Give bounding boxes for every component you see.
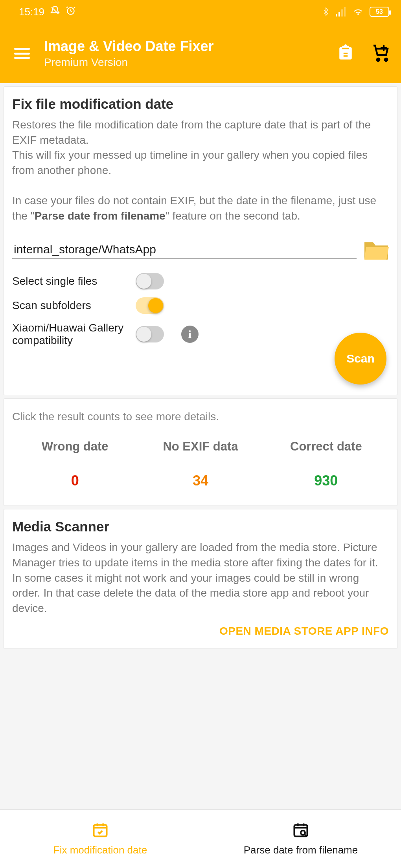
noexif-count: 34: [138, 472, 263, 489]
clipboard-button[interactable]: [337, 43, 354, 64]
subfolders-label: Scan subfolders: [12, 299, 126, 312]
signal-icon: [336, 7, 347, 16]
open-media-store-button[interactable]: OPEN MEDIA STORE APP INFO: [12, 625, 389, 637]
status-time: 15:19: [19, 6, 44, 18]
tab2-label: Parse date from filename: [244, 844, 358, 856]
dnd-icon: [50, 5, 60, 18]
media-scanner-title: Media Scanner: [12, 519, 389, 535]
cart-button[interactable]: [371, 43, 390, 64]
svg-rect-1: [336, 14, 337, 16]
tab-parse-from-filename[interactable]: Parse date from filename: [200, 809, 401, 868]
correct-date-count: 930: [263, 472, 389, 489]
fix-date-card: Fix file modification date Restores the …: [3, 86, 398, 395]
wrong-date-count: 0: [12, 472, 138, 489]
card-desc-2: This will fix your messed up timeline in…: [12, 149, 368, 176]
compat-info-button[interactable]: i: [181, 326, 199, 343]
calendar-check-icon: [92, 821, 109, 840]
calendar-search-icon: [292, 821, 309, 840]
media-scanner-card: Media Scanner Images and Videos in your …: [3, 509, 398, 648]
correct-date-column[interactable]: Correct date 930: [263, 439, 389, 489]
card-desc-3b: Parse date from filename: [35, 210, 166, 222]
results-hint: Click the result counts to see more deta…: [12, 410, 389, 423]
compat-label: Xiaomi/Huawai Gallery compatibility: [12, 322, 126, 347]
card-desc-1: Restores the file modification date from…: [12, 119, 371, 146]
tab-fix-modification-date[interactable]: Fix modification date: [0, 809, 200, 868]
status-bar: 15:19 53: [0, 0, 401, 24]
alarm-icon: [66, 5, 76, 18]
bluetooth-icon: [322, 7, 330, 17]
compat-switch[interactable]: [136, 326, 164, 342]
svg-rect-2: [338, 12, 340, 16]
noexif-label: No EXIF data: [138, 439, 263, 454]
svg-rect-7: [94, 825, 107, 836]
svg-point-9: [301, 831, 305, 835]
battery-indicator: 53: [370, 7, 389, 17]
wrong-date-column[interactable]: Wrong date 0: [12, 439, 138, 489]
single-files-switch[interactable]: [136, 273, 164, 289]
results-card: Click the result counts to see more deta…: [3, 398, 398, 506]
wifi-icon: [352, 7, 364, 16]
wrong-date-label: Wrong date: [12, 439, 138, 454]
noexif-column[interactable]: No EXIF data 34: [138, 439, 263, 489]
card-title: Fix file modification date: [12, 96, 389, 112]
app-subtitle: Premium Version: [44, 56, 323, 69]
open-media-store-label: OPEN MEDIA STORE APP INFO: [219, 625, 389, 637]
bottom-nav: Fix modification date Parse date from fi…: [0, 809, 401, 868]
svg-point-5: [377, 59, 379, 61]
menu-button[interactable]: [14, 48, 30, 59]
scan-button[interactable]: Scan: [335, 333, 386, 385]
single-files-label: Select single files: [12, 275, 126, 288]
svg-rect-4: [344, 7, 346, 16]
svg-rect-3: [341, 9, 343, 16]
battery-value: 53: [376, 8, 383, 15]
app-title: Image & Video Date Fixer: [44, 38, 323, 55]
browse-folder-button[interactable]: [364, 240, 389, 260]
tab1-label: Fix modification date: [53, 844, 147, 856]
scan-button-label: Scan: [346, 352, 375, 365]
svg-point-6: [385, 59, 387, 61]
subfolders-switch[interactable]: [136, 297, 164, 314]
app-bar: Image & Video Date Fixer Premium Version: [0, 24, 401, 83]
path-input[interactable]: [12, 242, 357, 259]
card-desc-3c: " feature on the second tab.: [166, 210, 300, 222]
media-scanner-desc: Images and Videos in your gallery are lo…: [12, 540, 389, 616]
correct-date-label: Correct date: [263, 439, 389, 454]
